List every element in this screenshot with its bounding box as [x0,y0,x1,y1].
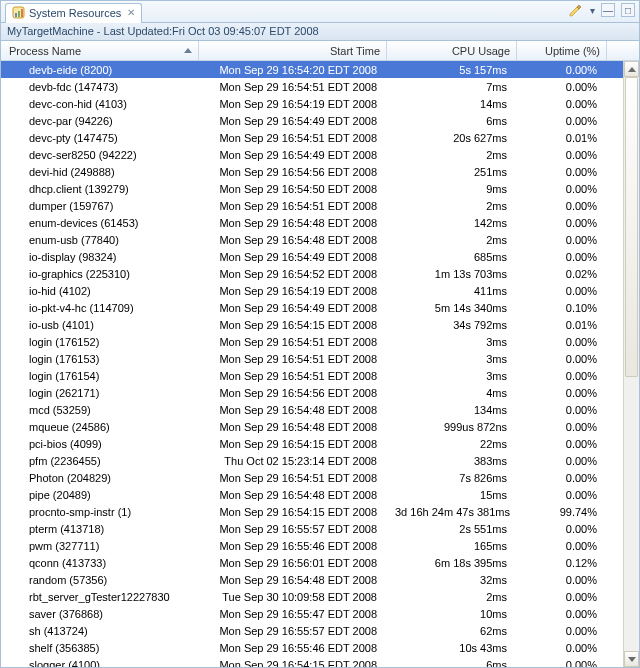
table-row[interactable]: dumper (159767)Mon Sep 29 16:54:51 EDT 2… [1,197,639,214]
cell-uptime: 0.00% [517,251,607,263]
table-row[interactable]: io-usb (4101)Mon Sep 29 16:54:15 EDT 200… [1,316,639,333]
cell-cpu-usage: 251ms [387,166,517,178]
cell-process-name: pterm (413718) [1,523,199,535]
table-row[interactable]: random (57356)Mon Sep 29 16:54:48 EDT 20… [1,571,639,588]
cell-uptime: 0.00% [517,200,607,212]
cell-process-name: mcd (53259) [1,404,199,416]
cell-cpu-usage: 3ms [387,370,517,382]
table-row[interactable]: io-display (98324)Mon Sep 29 16:54:49 ED… [1,248,639,265]
col-header-cpu-usage[interactable]: CPU Usage [387,41,517,60]
table-row[interactable]: io-hid (4102)Mon Sep 29 16:54:19 EDT 200… [1,282,639,299]
table-row[interactable]: devc-con-hid (4103)Mon Sep 29 16:54:19 E… [1,95,639,112]
cell-cpu-usage: 2ms [387,591,517,603]
table-row[interactable]: rbt_server_gTester12227830Tue Sep 30 10:… [1,588,639,605]
table-row[interactable]: shelf (356385)Mon Sep 29 16:55:46 EDT 20… [1,639,639,656]
cell-uptime: 0.00% [517,642,607,654]
cell-uptime: 0.00% [517,625,607,637]
cell-start-time: Mon Sep 29 16:54:51 EDT 2008 [199,81,387,93]
table-row[interactable]: devc-ser8250 (94222)Mon Sep 29 16:54:49 … [1,146,639,163]
cell-cpu-usage: 5m 14s 340ms [387,302,517,314]
cell-start-time: Mon Sep 29 16:54:49 EDT 2008 [199,115,387,127]
cell-start-time: Mon Sep 29 16:54:20 EDT 2008 [199,64,387,76]
cell-process-name: devc-pty (147475) [1,132,199,144]
cell-process-name: Photon (204829) [1,472,199,484]
scroll-up-button[interactable] [624,61,639,77]
close-icon[interactable]: ✕ [127,7,135,18]
cell-process-name: devc-con-hid (4103) [1,98,199,110]
table-row[interactable]: pwm (327711)Mon Sep 29 16:55:46 EDT 2008… [1,537,639,554]
table-row[interactable]: login (176153)Mon Sep 29 16:54:51 EDT 20… [1,350,639,367]
table-row[interactable]: mcd (53259)Mon Sep 29 16:54:48 EDT 20081… [1,401,639,418]
table-row[interactable]: Photon (204829)Mon Sep 29 16:54:51 EDT 2… [1,469,639,486]
table-row[interactable]: pfm (2236455)Thu Oct 02 15:23:14 EDT 200… [1,452,639,469]
minimize-button[interactable]: — [601,3,615,17]
cell-cpu-usage: 10ms [387,608,517,620]
cell-process-name: pfm (2236455) [1,455,199,467]
table-row[interactable]: procnto-smp-instr (1)Mon Sep 29 16:54:15… [1,503,639,520]
cell-cpu-usage: 411ms [387,285,517,297]
cell-process-name: slogger (4100) [1,659,199,668]
table-row[interactable]: pci-bios (4099)Mon Sep 29 16:54:15 EDT 2… [1,435,639,452]
cell-process-name: procnto-smp-instr (1) [1,506,199,518]
table-row[interactable]: devc-pty (147475)Mon Sep 29 16:54:51 EDT… [1,129,639,146]
cell-start-time: Mon Sep 29 16:54:15 EDT 2008 [199,659,387,668]
table-row[interactable]: login (262171)Mon Sep 29 16:54:56 EDT 20… [1,384,639,401]
view-menu-icon[interactable]: ▾ [590,5,595,16]
cell-start-time: Mon Sep 29 16:54:51 EDT 2008 [199,353,387,365]
cell-process-name: io-usb (4101) [1,319,199,331]
edit-icon[interactable] [568,3,584,17]
cell-process-name: rbt_server_gTester12227830 [1,591,199,603]
cell-start-time: Mon Sep 29 16:54:48 EDT 2008 [199,489,387,501]
cell-start-time: Mon Sep 29 16:54:52 EDT 2008 [199,268,387,280]
col-header-scroll [607,41,625,60]
table-row[interactable]: login (176152)Mon Sep 29 16:54:51 EDT 20… [1,333,639,350]
cell-cpu-usage: 165ms [387,540,517,552]
table-header: Process Name Start Time CPU Usage Uptime… [1,41,639,61]
table-row[interactable]: mqueue (24586)Mon Sep 29 16:54:48 EDT 20… [1,418,639,435]
table-row[interactable]: pipe (20489)Mon Sep 29 16:54:48 EDT 2008… [1,486,639,503]
col-header-uptime[interactable]: Uptime (%) [517,41,607,60]
cell-process-name: random (57356) [1,574,199,586]
cell-cpu-usage: 383ms [387,455,517,467]
cell-start-time: Mon Sep 29 16:55:57 EDT 2008 [199,625,387,637]
table-row[interactable]: dhcp.client (139279)Mon Sep 29 16:54:50 … [1,180,639,197]
cell-uptime: 0.00% [517,98,607,110]
resources-icon [12,6,25,19]
cell-cpu-usage: 15ms [387,489,517,501]
cell-uptime: 0.02% [517,268,607,280]
cell-uptime: 0.00% [517,370,607,382]
table-row[interactable]: devb-fdc (147473)Mon Sep 29 16:54:51 EDT… [1,78,639,95]
table-row[interactable]: io-graphics (225310)Mon Sep 29 16:54:52 … [1,265,639,282]
cell-uptime: 0.00% [517,285,607,297]
cell-process-name: pipe (20489) [1,489,199,501]
col-header-process-name[interactable]: Process Name [1,41,199,60]
table-row[interactable]: io-pkt-v4-hc (114709)Mon Sep 29 16:54:49… [1,299,639,316]
table-row[interactable]: devc-par (94226)Mon Sep 29 16:54:49 EDT … [1,112,639,129]
cell-start-time: Mon Sep 29 16:54:51 EDT 2008 [199,370,387,382]
maximize-button[interactable]: □ [621,3,635,17]
cell-cpu-usage: 34s 792ms [387,319,517,331]
table-row[interactable]: devi-hid (249888)Mon Sep 29 16:54:56 EDT… [1,163,639,180]
table-row[interactable]: qconn (413733)Mon Sep 29 16:56:01 EDT 20… [1,554,639,571]
table-row[interactable]: enum-usb (77840)Mon Sep 29 16:54:48 EDT … [1,231,639,248]
svg-rect-1 [15,13,17,17]
scroll-thumb[interactable] [625,77,638,377]
cell-uptime: 0.00% [517,149,607,161]
table-row[interactable]: devb-eide (8200)Mon Sep 29 16:54:20 EDT … [1,61,639,78]
table-row[interactable]: slogger (4100)Mon Sep 29 16:54:15 EDT 20… [1,656,639,667]
scroll-track[interactable] [624,77,639,651]
cell-start-time: Mon Sep 29 16:54:51 EDT 2008 [199,200,387,212]
table-row[interactable]: pterm (413718)Mon Sep 29 16:55:57 EDT 20… [1,520,639,537]
cell-process-name: pwm (327711) [1,540,199,552]
cell-uptime: 0.12% [517,557,607,569]
table-row[interactable]: sh (413724)Mon Sep 29 16:55:57 EDT 20086… [1,622,639,639]
scroll-down-button[interactable] [624,651,639,667]
col-header-start-time[interactable]: Start Time [199,41,387,60]
table-row[interactable]: enum-devices (61453)Mon Sep 29 16:54:48 … [1,214,639,231]
table-row[interactable]: saver (376868)Mon Sep 29 16:55:47 EDT 20… [1,605,639,622]
cell-start-time: Mon Sep 29 16:56:01 EDT 2008 [199,557,387,569]
tab-system-resources[interactable]: System Resources ✕ [5,3,142,23]
table-row[interactable]: login (176154)Mon Sep 29 16:54:51 EDT 20… [1,367,639,384]
cell-cpu-usage: 6ms [387,659,517,668]
cell-cpu-usage: 3d 16h 24m 47s 381ms [387,506,517,518]
